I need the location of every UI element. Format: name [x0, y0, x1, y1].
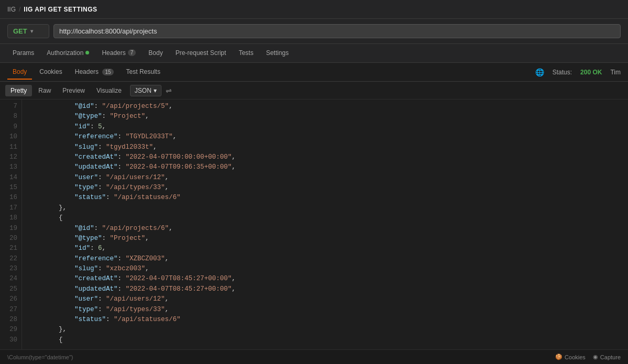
- footer-path-text: \Column(type="datetime"): [7, 354, 548, 360]
- resp-tab-headers[interactable]: Headers 15: [70, 65, 119, 80]
- tab-prerequest-label: Pre-request Script: [176, 49, 226, 57]
- wrap-icon[interactable]: ⇌: [166, 86, 172, 95]
- tab-settings-label: Settings: [266, 49, 288, 57]
- tab-body-label: Body: [148, 49, 163, 57]
- code-line-27: "type": "/api/types/33",: [27, 305, 623, 315]
- code-line-8: "@type": "Project",: [27, 112, 623, 122]
- code-line-23: "slug": "xzbcz003",: [27, 264, 623, 274]
- format-btn-visualize[interactable]: Visualize: [91, 85, 127, 96]
- code-line-17: },: [27, 203, 623, 213]
- breadcrumb-root[interactable]: IIG: [7, 6, 16, 13]
- authorization-dot-indicator: [85, 51, 89, 54]
- code-area: 7891011121314151617181920212223242526272…: [0, 100, 628, 349]
- resp-tab-cookies-label: Cookies: [39, 68, 62, 75]
- resp-tab-test-results-label: Test Results: [126, 68, 160, 75]
- headers-badge: 7: [128, 49, 136, 56]
- resp-headers-badge: 15: [102, 69, 113, 75]
- breadcrumb-separator: /: [19, 6, 20, 13]
- tab-headers[interactable]: Headers 7: [96, 46, 141, 61]
- capture-icon: ◉: [593, 354, 598, 360]
- cookies-label: Cookies: [565, 354, 586, 360]
- tab-prerequest[interactable]: Pre-request Script: [170, 46, 232, 61]
- code-line-14: "user": "/api/users/12",: [27, 173, 623, 183]
- code-line-20: "@type": "Project",: [27, 234, 623, 244]
- code-line-12: "createdAt": "2022-04-07T00:00:00+00:00"…: [27, 152, 623, 162]
- tab-params-label: Params: [13, 49, 34, 57]
- status-badge: 200 OK: [580, 69, 602, 76]
- code-line-13: "updatedAt": "2022-04-07T09:06:35+00:00"…: [27, 162, 623, 172]
- line-numbers: 7891011121314151617181920212223242526272…: [0, 100, 22, 349]
- json-format-selector[interactable]: JSON ▾: [130, 85, 161, 96]
- code-line-21: "id": 6,: [27, 244, 623, 253]
- globe-icon: 🌐: [535, 68, 544, 76]
- response-tabs: Body Cookies Headers 15 Test Results 🌐 S…: [0, 63, 628, 82]
- tab-settings[interactable]: Settings: [261, 46, 294, 61]
- chevron-down-icon: ▾: [154, 87, 157, 94]
- resp-tab-body[interactable]: Body: [7, 65, 32, 80]
- tab-tests-label: Tests: [239, 49, 253, 57]
- code-line-26: "user": "/api/users/12",: [27, 294, 623, 304]
- tab-tests[interactable]: Tests: [233, 46, 258, 61]
- format-btn-preview[interactable]: Preview: [57, 85, 90, 96]
- format-btn-pretty[interactable]: Pretty: [5, 85, 32, 96]
- resp-tab-cookies[interactable]: Cookies: [34, 65, 67, 80]
- json-format-label: JSON: [135, 87, 151, 94]
- tab-authorization-label: Authorization: [47, 49, 83, 57]
- method-text: GET: [13, 27, 27, 35]
- code-line-10: "reference": "TGYDL2033T",: [27, 132, 623, 142]
- format-bar: Pretty Raw Preview Visualize JSON ▾ ⇌: [0, 82, 628, 100]
- code-line-24: "createdAt": "2022-04-07T08:45:27+00:00"…: [27, 274, 623, 284]
- code-line-30: {: [27, 335, 623, 345]
- url-bar: GET ▾: [0, 19, 628, 44]
- chevron-down-icon: ▾: [30, 28, 33, 34]
- method-selector[interactable]: GET ▾: [7, 24, 49, 38]
- code-line-18: {: [27, 213, 623, 223]
- code-line-9: "id": 5,: [27, 122, 623, 132]
- capture-label: Capture: [600, 354, 621, 360]
- url-input[interactable]: [53, 24, 621, 38]
- code-line-16: "status": "/api/statuses/6": [27, 193, 623, 203]
- code-line-29: },: [27, 325, 623, 335]
- resp-tab-headers-label: Headers: [75, 68, 99, 75]
- code-line-15: "type": "/api/types/33",: [27, 183, 623, 193]
- code-line-19: "@id": "/api/projects/6",: [27, 224, 623, 234]
- time-label: Tim: [610, 69, 621, 76]
- tab-body[interactable]: Body: [143, 46, 168, 61]
- breadcrumb-title: IIG API GET SETTINGS: [24, 6, 97, 13]
- code-line-28: "status": "/api/statuses/6": [27, 315, 623, 325]
- cookies-button[interactable]: 🍪 Cookies: [555, 354, 586, 360]
- tab-authorization[interactable]: Authorization: [41, 46, 94, 61]
- code-line-25: "updatedAt": "2022-04-07T08:45:27+00:00"…: [27, 284, 623, 294]
- code-content[interactable]: "@id": "/api/projects/5", "@type": "Proj…: [22, 100, 628, 349]
- resp-tab-test-results[interactable]: Test Results: [121, 65, 166, 80]
- breadcrumb-bar: IIG / IIG API GET SETTINGS: [0, 0, 628, 19]
- request-tabs: Params Authorization Headers 7 Body Pre-…: [0, 44, 628, 63]
- cookies-icon: 🍪: [555, 354, 562, 360]
- bottom-bar: \Column(type="datetime") 🍪 Cookies ◉ Cap…: [0, 349, 628, 364]
- code-area-container: 7891011121314151617181920212223242526272…: [0, 100, 628, 349]
- code-line-22: "reference": "XZBCZ003",: [27, 254, 623, 264]
- status-area: 🌐 Status: 200 OK Tim: [535, 68, 621, 76]
- resp-tab-body-label: Body: [13, 68, 27, 75]
- code-line-7: "@id": "/api/projects/5",: [27, 102, 623, 112]
- code-line-11: "slug": "tgydl2033t",: [27, 142, 623, 152]
- tab-params[interactable]: Params: [7, 46, 39, 61]
- format-btn-raw[interactable]: Raw: [33, 85, 56, 96]
- capture-button[interactable]: ◉ Capture: [593, 354, 621, 360]
- status-label: Status:: [553, 69, 572, 76]
- tab-headers-label: Headers: [102, 49, 125, 57]
